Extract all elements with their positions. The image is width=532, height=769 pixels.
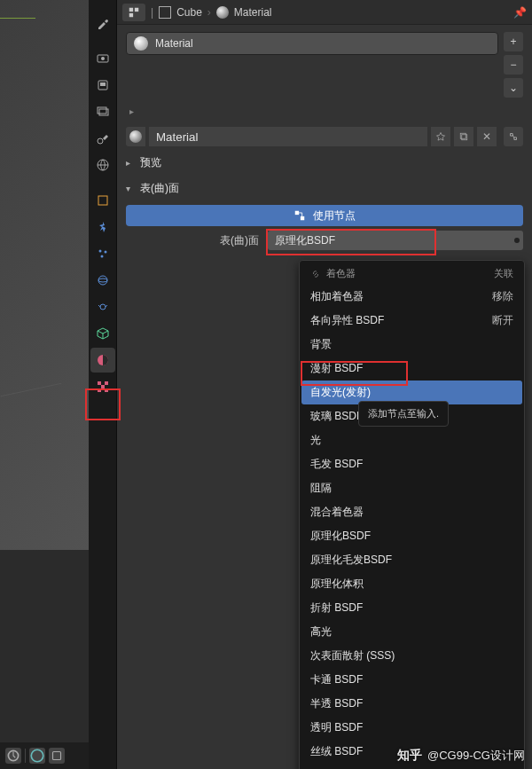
tab-particles[interactable]: [90, 241, 115, 266]
editor-type-icon[interactable]: [122, 4, 145, 21]
section-surface[interactable]: ▾ 表(曲)面: [117, 176, 532, 201]
shader-menu-item[interactable]: 阻隔: [301, 476, 522, 500]
shader-menu-item[interactable]: 折射 BSDF: [301, 596, 522, 620]
svg-rect-20: [101, 385, 105, 388]
surface-label: 表(曲)面: [126, 233, 268, 248]
material-name-input[interactable]: [149, 127, 427, 146]
timeline-bar: [0, 742, 89, 769]
shader-menu-item[interactable]: 背景: [301, 333, 522, 357]
svg-rect-18: [98, 381, 101, 385]
shader-menu-item[interactable]: 原理化BSDF: [301, 524, 522, 548]
viewport-3d[interactable]: [0, 0, 89, 550]
use-nodes-label: 使用节点: [313, 208, 356, 224]
use-nodes-button[interactable]: 使用节点: [126, 205, 523, 226]
slot-menu-button[interactable]: ⌄: [504, 78, 523, 98]
shader-menu-item[interactable]: 高光: [301, 620, 522, 644]
svg-rect-2: [53, 752, 61, 760]
section-preview[interactable]: ▸ 预览: [117, 150, 532, 176]
tab-scene[interactable]: [90, 126, 115, 151]
material-slot-name: Material: [155, 37, 193, 50]
svg-rect-21: [98, 388, 101, 392]
pin-icon[interactable]: 📌: [513, 6, 527, 19]
svg-rect-28: [295, 211, 299, 215]
tab-object[interactable]: [90, 188, 115, 213]
remove-slot-button[interactable]: −: [504, 55, 523, 75]
svg-point-4: [101, 57, 105, 60]
surface-shader-value: 原理化BSDF: [275, 233, 335, 248]
node-socket-icon: [514, 238, 520, 243]
shader-dropdown-menu: 着色器 关联 相加着色器移除各向异性 BSDF断开背景漫射 BSDF自发光(发射…: [299, 260, 525, 769]
shader-menu-item[interactable]: 卡通 BSDF: [301, 668, 522, 692]
svg-point-13: [104, 251, 106, 254]
material-name-header: Material: [234, 6, 272, 19]
node-wrangler-icon[interactable]: [504, 127, 523, 146]
zhihu-logo: 知乎: [397, 748, 422, 764]
shader-menu-item[interactable]: 半透 BSDF: [301, 692, 522, 716]
dropdown-header: 着色器 关联: [301, 263, 522, 285]
dropdown-header-left: 着色器: [326, 267, 356, 280]
tab-render[interactable]: [90, 46, 115, 71]
panel-header: | Cube › Material 📌: [117, 0, 532, 25]
shader-menu-item[interactable]: 原理化体积: [301, 572, 522, 596]
material-slot-row: Material + − ⌄: [117, 25, 532, 105]
watermark-text: @CG99-CG设计网: [427, 748, 525, 764]
tab-texture[interactable]: [90, 374, 115, 399]
add-slot-button[interactable]: +: [504, 32, 523, 51]
material-slot[interactable]: Material: [126, 32, 498, 55]
material-preview-icon: [134, 36, 148, 51]
svg-rect-25: [129, 12, 133, 16]
tab-data[interactable]: [90, 321, 115, 346]
shader-menu-item[interactable]: 原理化毛发BSDF: [301, 548, 522, 572]
tab-physics[interactable]: [90, 268, 115, 293]
svg-point-1: [31, 749, 43, 762]
tab-constraints[interactable]: [90, 294, 115, 319]
shader-menu-item[interactable]: 次表面散射 (SSS): [301, 644, 522, 668]
svg-rect-23: [129, 7, 133, 11]
shader-menu-item[interactable]: 体积吸收: [301, 764, 522, 769]
material-name-row: ✕: [117, 123, 532, 150]
svg-point-12: [98, 250, 101, 253]
new-material-button[interactable]: [454, 127, 473, 146]
timeline-editor-icon[interactable]: [5, 748, 21, 764]
shader-menu-item[interactable]: 光: [301, 428, 522, 452]
properties-tabs: [89, 0, 117, 769]
playback-icon[interactable]: [29, 748, 45, 764]
object-name: Cube: [176, 6, 202, 19]
shader-menu-item[interactable]: 混合着色器: [301, 500, 522, 524]
svg-point-15: [98, 276, 107, 285]
svg-point-14: [100, 255, 103, 258]
svg-rect-24: [135, 7, 138, 11]
material-ball-icon: [216, 6, 229, 19]
shader-menu-item[interactable]: 透明 BSDF: [301, 716, 522, 740]
tooltip: 添加节点至输入.: [358, 401, 449, 427]
watermark: 知乎 @CG99-CG设计网: [397, 748, 525, 764]
shader-menu-item[interactable]: 各向异性 BSDF断开: [301, 309, 522, 333]
section-surface-label: 表(曲)面: [140, 181, 179, 196]
slot-expand[interactable]: ▸: [117, 105, 532, 123]
dropdown-header-right: 关联: [494, 267, 513, 280]
tab-tool[interactable]: [90, 11, 115, 35]
tab-material[interactable]: [90, 348, 115, 373]
fake-user-button[interactable]: [431, 127, 450, 146]
unlink-material-button[interactable]: ✕: [477, 127, 497, 146]
tab-world[interactable]: [90, 153, 115, 177]
chevron-down-icon: ▾: [126, 184, 135, 193]
tab-modifiers[interactable]: [90, 215, 115, 239]
tab-viewlayer[interactable]: [90, 99, 115, 124]
tab-output[interactable]: [90, 73, 115, 98]
nodes-icon: [293, 209, 306, 222]
cube-icon: [159, 6, 171, 19]
svg-rect-6: [100, 82, 106, 86]
svg-rect-11: [98, 196, 107, 205]
chevron-right-icon: ▸: [126, 158, 135, 168]
surface-shader-dropdown[interactable]: 原理化BSDF: [268, 231, 523, 250]
shader-menu-item[interactable]: 漫射 BSDF: [301, 357, 522, 381]
keying-icon[interactable]: [49, 748, 65, 764]
shader-menu-item[interactable]: 相加着色器移除: [301, 285, 522, 309]
material-browse-icon[interactable]: [126, 127, 145, 146]
surface-shader-row: 表(曲)面 原理化BSDF: [126, 230, 523, 251]
shader-menu-item[interactable]: 毛发 BSDF: [301, 452, 522, 476]
svg-point-16: [98, 279, 107, 282]
link-icon: [310, 269, 321, 279]
svg-point-9: [98, 138, 103, 144]
